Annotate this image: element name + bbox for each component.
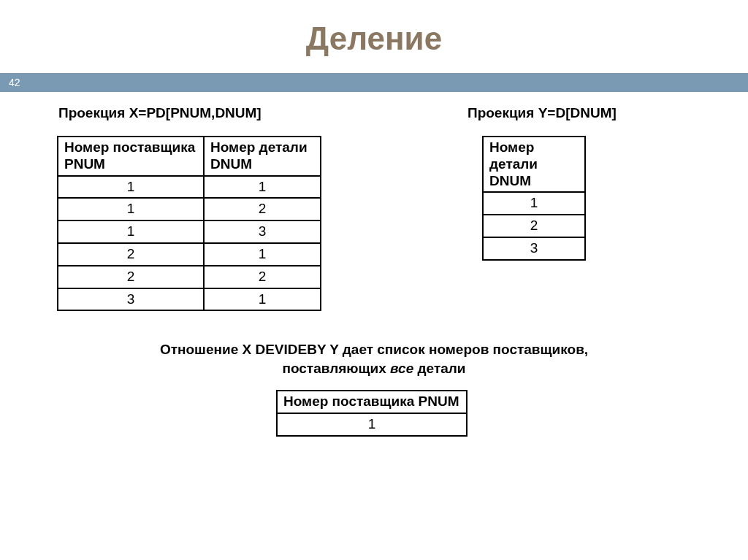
table-row: 1 [483, 192, 585, 215]
desc-line2b: все [390, 361, 413, 376]
desc-line1: Отношение X DEVIDEBY Y дает список номер… [160, 342, 588, 357]
slide-title: Деление [0, 0, 748, 73]
slide: Деление 42 Проекция X=PD[PNUM,DNUM] Прое… [0, 0, 748, 560]
cell: 1 [58, 176, 204, 199]
cell: 1 [277, 413, 467, 436]
table-y: Номер детали DNUM 1 2 3 [482, 136, 586, 261]
table-x-header-dnum: Номер детали DNUM [204, 137, 321, 176]
table-x-wrapper: Номер поставщика PNUM Номер детали DNUM … [57, 136, 321, 311]
table-row: 1 3 [58, 220, 321, 243]
table-result-wrapper: Номер поставщика PNUM 1 [276, 390, 468, 437]
cell: 2 [58, 243, 204, 266]
table-row: 1 [277, 413, 467, 436]
table-row: 2 [483, 215, 585, 237]
cell: 1 [204, 288, 321, 311]
table-y-header-dnum: Номер детали DNUM [483, 137, 585, 192]
table-row: Номер поставщика PNUM Номер детали DNUM [58, 137, 321, 176]
table-row: Номер поставщика PNUM [277, 391, 467, 413]
table-row: 3 [483, 237, 585, 260]
table-result: Номер поставщика PNUM 1 [276, 390, 468, 437]
description-text: Отношение X DEVIDEBY Y дает список номер… [0, 340, 748, 377]
table-x: Номер поставщика PNUM Номер детали DNUM … [57, 136, 321, 311]
caption-projection-x: Проекция X=PD[PNUM,DNUM] [58, 105, 262, 121]
cell: 2 [204, 266, 321, 288]
cell: 1 [204, 176, 321, 199]
content-area: Проекция X=PD[PNUM,DNUM] Проекция Y=D[DN… [0, 92, 748, 105]
cell: 3 [58, 288, 204, 311]
table-result-header-pnum: Номер поставщика PNUM [277, 391, 467, 413]
cell: 2 [58, 266, 204, 288]
caption-projection-y: Проекция Y=D[DNUM] [468, 105, 617, 121]
accent-band: 42 [0, 73, 748, 92]
desc-line2a: поставляющих [282, 361, 390, 376]
cell: 2 [204, 198, 321, 220]
cell: 3 [483, 237, 585, 260]
table-row: 3 1 [58, 288, 321, 311]
table-row: 1 2 [58, 198, 321, 220]
table-y-wrapper: Номер детали DNUM 1 2 3 [482, 136, 586, 261]
cell: 3 [204, 220, 321, 243]
cell: 1 [58, 220, 204, 243]
table-row: 2 2 [58, 266, 321, 288]
table-row: Номер детали DNUM [483, 137, 585, 192]
cell: 1 [204, 243, 321, 266]
table-row: 2 1 [58, 243, 321, 266]
cell: 1 [483, 192, 585, 215]
table-row: 1 1 [58, 176, 321, 199]
table-x-header-pnum: Номер поставщика PNUM [58, 137, 204, 176]
desc-line2c: детали [413, 361, 465, 376]
cell: 2 [483, 215, 585, 237]
page-number: 42 [9, 73, 20, 92]
cell: 1 [58, 198, 204, 220]
